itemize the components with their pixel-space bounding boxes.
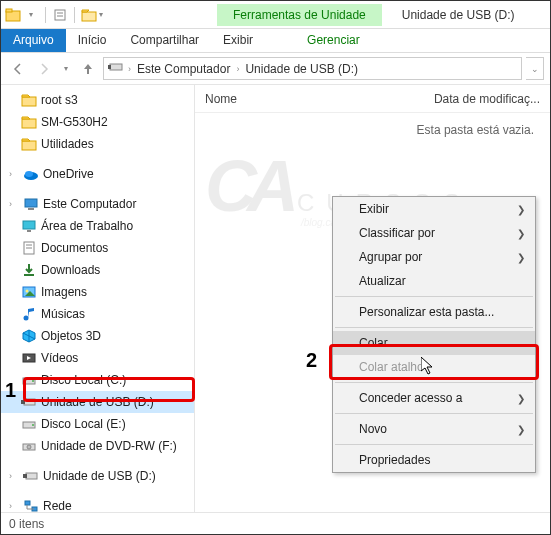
menu-item[interactable]: Novo❯ [333,417,535,441]
drive-icon [21,416,37,432]
svg-rect-43 [23,474,27,478]
qat-dropdown-icon[interactable]: ▾ [99,10,103,19]
tree-item[interactable]: root s3 [1,89,194,111]
menu-item[interactable]: Propriedades [333,448,535,472]
menu-label: Colar [359,336,388,350]
window-title: Unidade de USB (D:) [402,8,550,22]
menu-item[interactable]: Personalizar esta pasta... [333,300,535,324]
tree-item[interactable]: ›OneDrive [1,163,194,185]
submenu-arrow-icon: ❯ [517,252,525,263]
expand-icon[interactable]: › [9,199,19,209]
svg-point-41 [27,445,31,449]
menu-item[interactable]: Conceder acesso a❯ [333,386,535,410]
tree-item[interactable]: Utilidades [1,133,194,155]
expand-icon[interactable]: › [9,471,19,481]
videos-icon [21,350,37,366]
contextual-tab: Ferramentas de Unidade [217,4,382,26]
tree-item[interactable]: Vídeos [1,347,194,369]
svg-rect-8 [108,65,111,69]
onedrive-icon [23,166,39,182]
column-date[interactable]: Data de modificaç... [424,92,550,106]
annotation-1: 1 [5,379,16,402]
svg-rect-42 [26,473,37,479]
tab-manage[interactable]: Gerenciar [295,29,372,52]
column-name[interactable]: Nome [195,92,424,106]
svg-rect-11 [22,119,36,128]
up-button[interactable] [77,58,99,80]
tree-label: Downloads [41,263,100,277]
usb-icon [23,468,39,484]
tree-item[interactable]: ›Unidade de USB (D:) [1,465,194,487]
usb-icon [21,394,37,410]
back-button[interactable] [7,58,29,80]
chevron-right-icon[interactable]: › [128,64,131,74]
network-icon [23,498,39,512]
expand-icon[interactable]: › [9,169,19,179]
tree-item[interactable]: Unidade de USB (D:) [1,391,194,413]
menu-item[interactable]: Classificar por❯ [333,221,535,245]
address-field[interactable]: › Este Computador › Unidade de USB (D:) [103,57,522,80]
menu-item[interactable]: Atualizar [333,269,535,293]
tree-item[interactable]: Objetos 3D [1,325,194,347]
history-dropdown[interactable]: ▾ [59,58,73,80]
tree-item[interactable]: Área de Trabalho [1,215,194,237]
svg-marker-10 [22,95,30,97]
empty-folder-message: Esta pasta está vazia. [195,113,550,147]
menu-label: Classificar por [359,226,435,240]
drive-icon [21,372,37,388]
tree-item[interactable]: Downloads [1,259,194,281]
svg-point-16 [25,171,33,177]
tab-home[interactable]: Início [66,29,119,52]
svg-rect-9 [22,97,36,106]
item-count: 0 itens [9,517,44,531]
properties-icon[interactable] [52,7,68,23]
svg-point-28 [24,316,29,321]
tree-label: Utilidades [41,137,94,151]
tree-item[interactable]: SM-G530H2 [1,111,194,133]
tree-item[interactable]: Disco Local (C:) [1,369,194,391]
tab-view[interactable]: Exibir [211,29,265,52]
tree-item[interactable]: Documentos [1,237,194,259]
tree-label: Vídeos [41,351,78,365]
tree-label: Unidade de USB (D:) [41,395,154,409]
status-bar: 0 itens [1,512,550,534]
images-icon [21,284,37,300]
tree-label: Disco Local (C:) [41,373,126,387]
annotation-2: 2 [306,349,317,372]
folder-icon [21,92,37,108]
svg-rect-18 [28,208,34,210]
chevron-down-icon[interactable]: ▾ [23,7,39,23]
svg-rect-13 [22,141,36,150]
tab-share[interactable]: Compartilhar [118,29,211,52]
svg-rect-7 [110,64,122,70]
tree-item[interactable]: Disco Local (E:) [1,413,194,435]
navigation-pane: root s3SM-G530H2Utilidades›OneDrive›Este… [1,85,195,512]
tab-file[interactable]: Arquivo [1,29,66,52]
3d-icon [21,328,37,344]
tree-label: Unidade de DVD-RW (F:) [41,439,177,453]
menu-item[interactable]: Colar [333,331,535,355]
menu-item[interactable]: Agrupar por❯ [333,245,535,269]
submenu-arrow-icon: ❯ [517,228,525,239]
menu-item[interactable]: Exibir❯ [333,197,535,221]
tree-item[interactable]: ›Rede [1,495,194,512]
tree-item[interactable]: ›Este Computador [1,193,194,215]
breadcrumb-root[interactable]: Este Computador [135,62,232,76]
tree-item[interactable]: Imagens [1,281,194,303]
tree-label: Unidade de USB (D:) [43,469,156,483]
tree-item[interactable]: Unidade de DVD-RW (F:) [1,435,194,457]
tree-item[interactable]: Músicas [1,303,194,325]
chevron-right-icon[interactable]: › [236,64,239,74]
svg-rect-1 [6,9,12,12]
breadcrumb-current[interactable]: Unidade de USB (D:) [243,62,360,76]
tree-label: Imagens [41,285,87,299]
svg-rect-17 [25,199,37,207]
dvd-icon [21,438,37,454]
expand-icon[interactable]: › [9,501,19,511]
tree-label: SM-G530H2 [41,115,108,129]
open-folder-icon[interactable] [81,7,97,23]
forward-button[interactable] [33,58,55,80]
usb-icon [108,61,124,76]
tree-label: Disco Local (E:) [41,417,126,431]
dropdown-button[interactable]: ⌄ [526,57,544,80]
